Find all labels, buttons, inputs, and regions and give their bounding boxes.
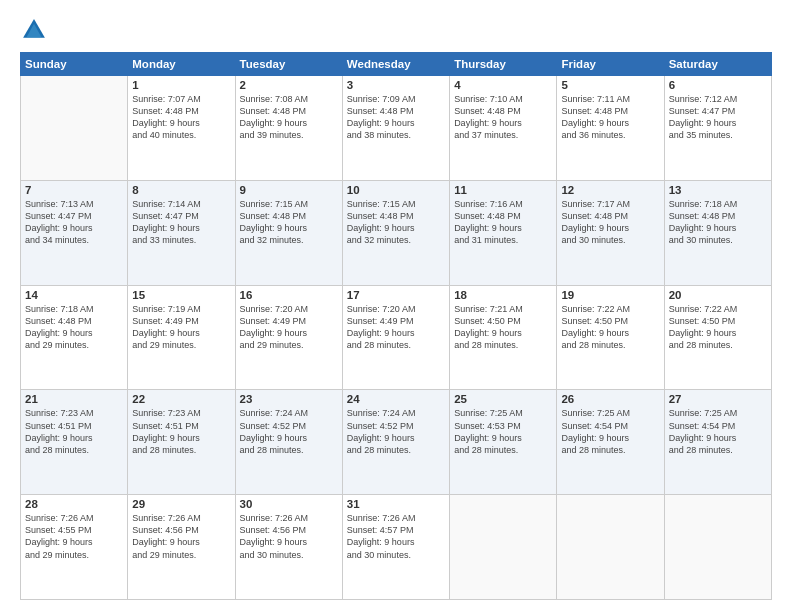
calendar-table: SundayMondayTuesdayWednesdayThursdayFrid… <box>20 52 772 600</box>
calendar-cell <box>21 76 128 181</box>
cell-info: Sunrise: 7:09 AM Sunset: 4:48 PM Dayligh… <box>347 93 445 142</box>
calendar-cell: 3Sunrise: 7:09 AM Sunset: 4:48 PM Daylig… <box>342 76 449 181</box>
calendar-cell: 15Sunrise: 7:19 AM Sunset: 4:49 PM Dayli… <box>128 285 235 390</box>
calendar-week-row: 14Sunrise: 7:18 AM Sunset: 4:48 PM Dayli… <box>21 285 772 390</box>
day-number: 1 <box>132 79 230 91</box>
calendar-cell: 16Sunrise: 7:20 AM Sunset: 4:49 PM Dayli… <box>235 285 342 390</box>
page: SundayMondayTuesdayWednesdayThursdayFrid… <box>0 0 792 612</box>
day-number: 25 <box>454 393 552 405</box>
cell-info: Sunrise: 7:26 AM Sunset: 4:55 PM Dayligh… <box>25 512 123 561</box>
cell-info: Sunrise: 7:15 AM Sunset: 4:48 PM Dayligh… <box>347 198 445 247</box>
calendar-cell: 21Sunrise: 7:23 AM Sunset: 4:51 PM Dayli… <box>21 390 128 495</box>
day-number: 4 <box>454 79 552 91</box>
cell-info: Sunrise: 7:22 AM Sunset: 4:50 PM Dayligh… <box>561 303 659 352</box>
calendar-cell: 18Sunrise: 7:21 AM Sunset: 4:50 PM Dayli… <box>450 285 557 390</box>
day-number: 3 <box>347 79 445 91</box>
cell-info: Sunrise: 7:07 AM Sunset: 4:48 PM Dayligh… <box>132 93 230 142</box>
day-number: 22 <box>132 393 230 405</box>
day-number: 7 <box>25 184 123 196</box>
cell-info: Sunrise: 7:22 AM Sunset: 4:50 PM Dayligh… <box>669 303 767 352</box>
day-number: 9 <box>240 184 338 196</box>
calendar-cell: 13Sunrise: 7:18 AM Sunset: 4:48 PM Dayli… <box>664 180 771 285</box>
col-header-monday: Monday <box>128 53 235 76</box>
day-number: 24 <box>347 393 445 405</box>
cell-info: Sunrise: 7:26 AM Sunset: 4:56 PM Dayligh… <box>132 512 230 561</box>
cell-info: Sunrise: 7:11 AM Sunset: 4:48 PM Dayligh… <box>561 93 659 142</box>
cell-info: Sunrise: 7:23 AM Sunset: 4:51 PM Dayligh… <box>25 407 123 456</box>
col-header-wednesday: Wednesday <box>342 53 449 76</box>
cell-info: Sunrise: 7:26 AM Sunset: 4:56 PM Dayligh… <box>240 512 338 561</box>
day-number: 14 <box>25 289 123 301</box>
cell-info: Sunrise: 7:25 AM Sunset: 4:53 PM Dayligh… <box>454 407 552 456</box>
col-header-thursday: Thursday <box>450 53 557 76</box>
calendar-cell: 17Sunrise: 7:20 AM Sunset: 4:49 PM Dayli… <box>342 285 449 390</box>
calendar-cell: 30Sunrise: 7:26 AM Sunset: 4:56 PM Dayli… <box>235 495 342 600</box>
cell-info: Sunrise: 7:26 AM Sunset: 4:57 PM Dayligh… <box>347 512 445 561</box>
calendar-cell: 23Sunrise: 7:24 AM Sunset: 4:52 PM Dayli… <box>235 390 342 495</box>
calendar-cell: 29Sunrise: 7:26 AM Sunset: 4:56 PM Dayli… <box>128 495 235 600</box>
day-number: 27 <box>669 393 767 405</box>
calendar-header-row: SundayMondayTuesdayWednesdayThursdayFrid… <box>21 53 772 76</box>
calendar-cell: 19Sunrise: 7:22 AM Sunset: 4:50 PM Dayli… <box>557 285 664 390</box>
calendar-cell: 20Sunrise: 7:22 AM Sunset: 4:50 PM Dayli… <box>664 285 771 390</box>
calendar-cell: 8Sunrise: 7:14 AM Sunset: 4:47 PM Daylig… <box>128 180 235 285</box>
cell-info: Sunrise: 7:18 AM Sunset: 4:48 PM Dayligh… <box>669 198 767 247</box>
day-number: 2 <box>240 79 338 91</box>
day-number: 16 <box>240 289 338 301</box>
calendar-cell: 11Sunrise: 7:16 AM Sunset: 4:48 PM Dayli… <box>450 180 557 285</box>
calendar-cell: 9Sunrise: 7:15 AM Sunset: 4:48 PM Daylig… <box>235 180 342 285</box>
day-number: 29 <box>132 498 230 510</box>
col-header-saturday: Saturday <box>664 53 771 76</box>
calendar-cell: 12Sunrise: 7:17 AM Sunset: 4:48 PM Dayli… <box>557 180 664 285</box>
day-number: 5 <box>561 79 659 91</box>
calendar-cell: 2Sunrise: 7:08 AM Sunset: 4:48 PM Daylig… <box>235 76 342 181</box>
cell-info: Sunrise: 7:24 AM Sunset: 4:52 PM Dayligh… <box>347 407 445 456</box>
cell-info: Sunrise: 7:25 AM Sunset: 4:54 PM Dayligh… <box>561 407 659 456</box>
header <box>20 16 772 44</box>
logo-icon <box>20 16 48 44</box>
calendar-cell: 1Sunrise: 7:07 AM Sunset: 4:48 PM Daylig… <box>128 76 235 181</box>
calendar-cell: 27Sunrise: 7:25 AM Sunset: 4:54 PM Dayli… <box>664 390 771 495</box>
cell-info: Sunrise: 7:08 AM Sunset: 4:48 PM Dayligh… <box>240 93 338 142</box>
calendar-cell: 14Sunrise: 7:18 AM Sunset: 4:48 PM Dayli… <box>21 285 128 390</box>
col-header-friday: Friday <box>557 53 664 76</box>
cell-info: Sunrise: 7:18 AM Sunset: 4:48 PM Dayligh… <box>25 303 123 352</box>
cell-info: Sunrise: 7:16 AM Sunset: 4:48 PM Dayligh… <box>454 198 552 247</box>
cell-info: Sunrise: 7:24 AM Sunset: 4:52 PM Dayligh… <box>240 407 338 456</box>
day-number: 18 <box>454 289 552 301</box>
cell-info: Sunrise: 7:15 AM Sunset: 4:48 PM Dayligh… <box>240 198 338 247</box>
day-number: 19 <box>561 289 659 301</box>
calendar-cell: 26Sunrise: 7:25 AM Sunset: 4:54 PM Dayli… <box>557 390 664 495</box>
day-number: 23 <box>240 393 338 405</box>
calendar-cell <box>664 495 771 600</box>
cell-info: Sunrise: 7:19 AM Sunset: 4:49 PM Dayligh… <box>132 303 230 352</box>
logo <box>20 16 52 44</box>
calendar-cell: 31Sunrise: 7:26 AM Sunset: 4:57 PM Dayli… <box>342 495 449 600</box>
calendar-cell: 25Sunrise: 7:25 AM Sunset: 4:53 PM Dayli… <box>450 390 557 495</box>
calendar-week-row: 28Sunrise: 7:26 AM Sunset: 4:55 PM Dayli… <box>21 495 772 600</box>
cell-info: Sunrise: 7:10 AM Sunset: 4:48 PM Dayligh… <box>454 93 552 142</box>
calendar-cell: 5Sunrise: 7:11 AM Sunset: 4:48 PM Daylig… <box>557 76 664 181</box>
col-header-tuesday: Tuesday <box>235 53 342 76</box>
day-number: 17 <box>347 289 445 301</box>
cell-info: Sunrise: 7:14 AM Sunset: 4:47 PM Dayligh… <box>132 198 230 247</box>
calendar-week-row: 7Sunrise: 7:13 AM Sunset: 4:47 PM Daylig… <box>21 180 772 285</box>
calendar-cell: 4Sunrise: 7:10 AM Sunset: 4:48 PM Daylig… <box>450 76 557 181</box>
calendar-week-row: 1Sunrise: 7:07 AM Sunset: 4:48 PM Daylig… <box>21 76 772 181</box>
day-number: 21 <box>25 393 123 405</box>
calendar-cell: 22Sunrise: 7:23 AM Sunset: 4:51 PM Dayli… <box>128 390 235 495</box>
day-number: 11 <box>454 184 552 196</box>
calendar-cell: 24Sunrise: 7:24 AM Sunset: 4:52 PM Dayli… <box>342 390 449 495</box>
cell-info: Sunrise: 7:17 AM Sunset: 4:48 PM Dayligh… <box>561 198 659 247</box>
cell-info: Sunrise: 7:23 AM Sunset: 4:51 PM Dayligh… <box>132 407 230 456</box>
calendar-cell: 10Sunrise: 7:15 AM Sunset: 4:48 PM Dayli… <box>342 180 449 285</box>
day-number: 8 <box>132 184 230 196</box>
cell-info: Sunrise: 7:12 AM Sunset: 4:47 PM Dayligh… <box>669 93 767 142</box>
cell-info: Sunrise: 7:21 AM Sunset: 4:50 PM Dayligh… <box>454 303 552 352</box>
calendar-cell: 6Sunrise: 7:12 AM Sunset: 4:47 PM Daylig… <box>664 76 771 181</box>
cell-info: Sunrise: 7:20 AM Sunset: 4:49 PM Dayligh… <box>240 303 338 352</box>
cell-info: Sunrise: 7:20 AM Sunset: 4:49 PM Dayligh… <box>347 303 445 352</box>
cell-info: Sunrise: 7:25 AM Sunset: 4:54 PM Dayligh… <box>669 407 767 456</box>
calendar-cell <box>450 495 557 600</box>
day-number: 30 <box>240 498 338 510</box>
